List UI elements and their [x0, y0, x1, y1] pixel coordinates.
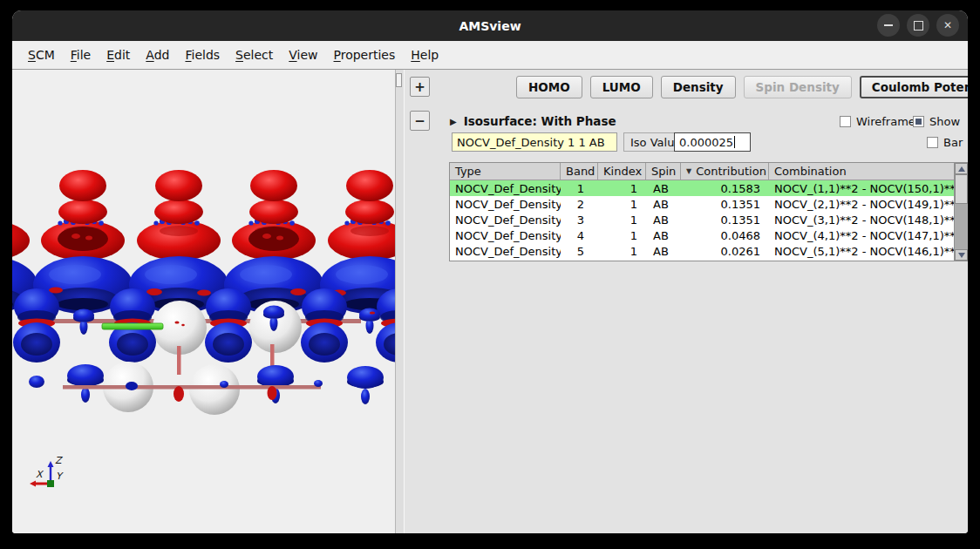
isosurface-title: Isosurface: With Phase [464, 114, 616, 128]
header-kindex[interactable]: Kindex [598, 163, 646, 180]
cell-combination: NOCV_(2,1)**2 - NOCV(149,1)**2 [769, 196, 954, 212]
menu-file[interactable]: File [64, 44, 98, 65]
table-body: NOCV_Def_Density11AB0.1583NOCV_(1,1)**2 … [450, 180, 954, 259]
header-combination[interactable]: Combination [769, 163, 954, 180]
menu-bar: SCM File Edit Add Fields Select View Pro… [12, 41, 968, 69]
table-row[interactable]: NOCV_Def_Density51AB0.0261NOCV_(5,1)**2 … [450, 243, 954, 259]
isosurface-scene: Z X Y [12, 70, 395, 533]
arrow-up-icon [958, 166, 965, 172]
wireframe-label: Wireframe [856, 115, 915, 128]
wireframe-checkbox-box [840, 116, 851, 127]
splitter-handle[interactable] [396, 73, 402, 87]
cell-kindex: 1 [598, 227, 646, 243]
scroll-down-button[interactable] [955, 249, 968, 261]
expander-triangle-icon[interactable]: ▶ [450, 117, 457, 126]
cell-spin: AB [646, 196, 681, 212]
maximize-button[interactable] [907, 14, 929, 37]
cell-kindex: 1 [598, 212, 646, 227]
titlebar[interactable]: AMSview ✕ [12, 10, 968, 41]
close-button[interactable]: ✕ [936, 14, 959, 37]
cell-contribution: 0.0468 [681, 227, 769, 243]
menu-properties[interactable]: Properties [327, 44, 403, 65]
cell-band: 1 [561, 180, 598, 196]
show-checkbox-box [913, 116, 924, 127]
cell-contribution: 0.1583 [681, 180, 769, 196]
tab-coulomb-potential[interactable]: Coulomb Potential [860, 76, 968, 98]
menu-help[interactable]: Help [404, 44, 446, 65]
wireframe-checkbox[interactable]: Wireframe [840, 115, 915, 128]
cell-kindex: 1 [598, 196, 646, 212]
menu-edit[interactable]: Edit [99, 44, 137, 65]
minimize-icon [884, 24, 893, 26]
cell-band: 5 [561, 243, 598, 259]
scroll-up-button[interactable] [955, 163, 968, 174]
isosurface-header: ▶ Isosurface: With Phase [450, 114, 616, 128]
menu-select[interactable]: Select [228, 44, 280, 65]
bar-checkbox[interactable]: Bar [927, 136, 963, 149]
remove-isosurface-button[interactable]: − [410, 111, 430, 131]
cell-spin: AB [646, 212, 681, 227]
menu-fields[interactable]: Fields [178, 44, 227, 65]
cell-combination: NOCV_(1,1)**2 - NOCV(150,1)**2 [769, 180, 954, 196]
tab-lumo[interactable]: LUMO [590, 76, 653, 98]
cell-combination: NOCV_(3,1)**2 - NOCV(148,1)**2 [769, 212, 954, 227]
minimize-button[interactable] [877, 14, 900, 37]
cell-combination: NOCV_(4,1)**2 - NOCV(147,1)**2 [769, 227, 954, 243]
header-contribution[interactable]: ▼ Contribution [681, 163, 769, 180]
cell-type: NOCV_Def_Density [450, 227, 561, 243]
cell-band: 2 [561, 196, 598, 212]
tab-density[interactable]: Density [661, 76, 736, 98]
menu-view[interactable]: View [282, 44, 324, 65]
fields-panel: + HOMO LUMO Density Spin Density Coulomb… [405, 70, 968, 533]
show-checkbox[interactable]: Show [913, 115, 960, 128]
cell-contribution: 0.1351 [681, 212, 769, 227]
cell-contribution: 0.0261 [681, 243, 769, 259]
menu-scm[interactable]: SCM [21, 44, 62, 65]
field-tabs: HOMO LUMO Density Spin Density Coulomb P… [516, 76, 968, 98]
window-title: AMSview [459, 19, 521, 33]
cell-spin: AB [646, 227, 681, 243]
nocv-table: Type Band Kindex Spin ▼ Contribution Com… [449, 162, 968, 261]
table-scrollbar[interactable] [954, 163, 968, 261]
scrollbar-thumb[interactable] [955, 174, 968, 204]
cell-type: NOCV_Def_Density [450, 212, 561, 227]
window-controls: ✕ [877, 14, 959, 37]
cell-band: 4 [561, 227, 598, 243]
panel-splitter[interactable] [395, 70, 405, 533]
cell-type: NOCV_Def_Density [450, 180, 561, 196]
iso-value-text: 0.000025 [679, 136, 733, 149]
bar-label: Bar [943, 136, 963, 149]
cell-spin: AB [646, 180, 681, 196]
main-content: Z X Y + HOMO LUMO Density Spin Density C… [12, 69, 968, 533]
cell-contribution: 0.1351 [681, 196, 769, 212]
tab-homo[interactable]: HOMO [516, 76, 582, 98]
cell-spin: AB [646, 243, 681, 259]
arrow-down-icon [958, 253, 965, 258]
cell-type: NOCV_Def_Density [450, 243, 561, 259]
text-cursor [734, 136, 735, 148]
table-row[interactable]: NOCV_Def_Density21AB0.1351NOCV_(2,1)**2 … [450, 196, 954, 212]
show-label: Show [929, 115, 960, 128]
table-row[interactable]: NOCV_Def_Density41AB0.0468NOCV_(4,1)**2 … [450, 227, 954, 243]
cell-kindex: 1 [598, 243, 646, 259]
table-header-row: Type Band Kindex Spin ▼ Contribution Com… [450, 163, 954, 180]
sort-descending-icon: ▼ [686, 167, 691, 175]
header-band[interactable]: Band [561, 163, 598, 180]
cell-band: 3 [561, 212, 598, 227]
field-name-input[interactable]: NOCV_Def_Density 1 1 AB [452, 132, 617, 152]
maximize-icon [914, 21, 923, 30]
table-row[interactable]: NOCV_Def_Density11AB0.1583NOCV_(1,1)**2 … [450, 180, 954, 196]
menu-add[interactable]: Add [139, 44, 176, 65]
iso-value-input[interactable]: 0.000025 [674, 132, 751, 152]
cell-type: NOCV_Def_Density [450, 196, 561, 212]
table-row[interactable]: NOCV_Def_Density31AB0.1351NOCV_(3,1)**2 … [450, 212, 954, 227]
add-isosurface-button[interactable]: + [410, 77, 430, 97]
header-type[interactable]: Type [450, 163, 561, 180]
bar-checkbox-box [927, 137, 938, 148]
close-icon: ✕ [943, 20, 952, 30]
header-spin[interactable]: Spin [646, 163, 681, 180]
molecule-3d-viewport[interactable]: Z X Y [12, 70, 395, 533]
tab-spin-density[interactable]: Spin Density [744, 76, 852, 98]
scrollbar-track[interactable] [955, 204, 968, 249]
cell-kindex: 1 [598, 180, 646, 196]
